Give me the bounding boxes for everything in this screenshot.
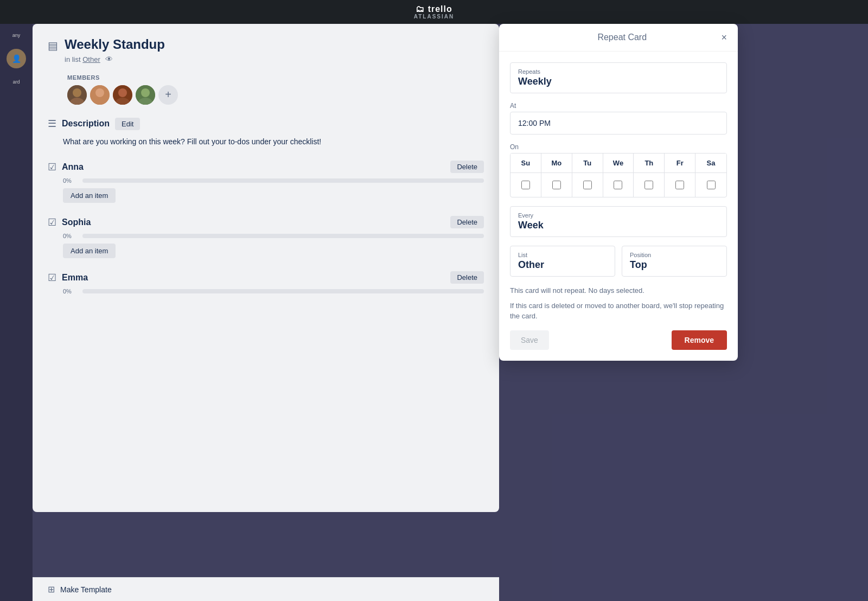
on-section: On Su Mo Tu We Th Fr Sa xyxy=(510,143,727,197)
day-fr: Fr xyxy=(665,154,695,172)
repeats-section: Repeats Weekly xyxy=(510,62,727,93)
day-check-th xyxy=(634,173,665,197)
logo-sub: ATLASSIAN xyxy=(414,14,454,20)
delete-anna-button[interactable]: Delete xyxy=(450,161,484,173)
days-grid: Su Mo Tu We Th Fr Sa xyxy=(510,153,727,197)
checklist-emma-name: Emma xyxy=(62,273,88,283)
add-member-button[interactable]: + xyxy=(158,85,178,105)
make-template-row: ⊞ Make Template xyxy=(33,577,499,601)
description-text: What are you working on this week? Fill … xyxy=(48,136,484,148)
make-template-label[interactable]: Make Template xyxy=(60,585,112,594)
description-title: Description xyxy=(62,119,110,129)
members-row: + xyxy=(67,85,484,105)
trello-logo: 🗂 trello ATLASSIAN xyxy=(414,4,454,20)
save-button[interactable]: Save xyxy=(510,330,549,350)
checkbox-th[interactable] xyxy=(644,181,653,189)
every-value: Week xyxy=(518,220,719,231)
checkbox-tu[interactable] xyxy=(583,181,592,189)
anna-progress-pct: 0% xyxy=(63,177,78,184)
days-header-row: Su Mo Tu We Th Fr Sa xyxy=(510,154,726,172)
template-icon: ⊞ xyxy=(48,584,55,594)
checklist-sophia-name: Sophia xyxy=(62,218,91,227)
list-label: List xyxy=(518,252,607,258)
svg-point-4 xyxy=(95,88,104,97)
checkbox-we[interactable] xyxy=(614,181,622,189)
left-sidebar: any 👤 ard xyxy=(0,24,33,601)
info-text-1: This card will not repeat. No days selec… xyxy=(510,285,727,296)
card-title: Weekly Standup xyxy=(65,37,165,53)
member-avatar-1[interactable] xyxy=(67,85,87,105)
edit-description-button[interactable]: Edit xyxy=(115,118,140,130)
checkbox-sa[interactable] xyxy=(707,181,716,189)
members-section: MEMBERS + xyxy=(48,74,484,105)
checklist-sophia-header: ☑ Sophia Delete xyxy=(48,216,484,228)
sidebar-avatar: 👤 xyxy=(7,49,26,68)
checklist-anna-header: ☑ Anna Delete xyxy=(48,161,484,173)
day-we: We xyxy=(603,154,634,172)
card-header-icon: ▤ xyxy=(48,39,58,52)
sophia-progress-pct: 0% xyxy=(63,233,78,239)
sidebar-card-label: ard xyxy=(3,79,30,85)
position-value: Top xyxy=(630,259,719,271)
checkbox-mo[interactable] xyxy=(552,181,561,189)
description-icon: ☰ xyxy=(48,118,56,130)
repeat-panel-title: Repeat Card xyxy=(523,33,721,42)
checklist-emma: ☑ Emma Delete 0% xyxy=(48,271,484,295)
card-modal: ▤ Weekly Standup in list Other 👁 MEMBERS xyxy=(33,24,499,512)
day-check-sa xyxy=(695,173,726,197)
close-repeat-panel-button[interactable]: × xyxy=(721,33,727,42)
member-avatar-3[interactable] xyxy=(113,85,132,105)
checklist-emma-icon: ☑ xyxy=(48,272,56,284)
anna-progress-bar-bg xyxy=(82,178,484,183)
day-sa: Sa xyxy=(695,154,726,172)
at-section: At xyxy=(510,102,727,135)
day-check-fr xyxy=(665,173,695,197)
every-label: Every xyxy=(518,212,719,219)
top-bar: 🗂 trello ATLASSIAN xyxy=(0,0,868,24)
checklist-sophia: ☑ Sophia Delete 0% Add an item xyxy=(48,216,484,258)
sophia-progress-bar-bg xyxy=(82,234,484,238)
add-item-sophia-button[interactable]: Add an item xyxy=(63,244,116,258)
position-box[interactable]: Position Top xyxy=(622,246,727,277)
day-su: Su xyxy=(510,154,541,172)
member-avatar-4[interactable] xyxy=(136,85,155,105)
delete-sophia-button[interactable]: Delete xyxy=(450,216,484,228)
checkbox-su[interactable] xyxy=(521,181,530,189)
checkbox-fr[interactable] xyxy=(675,181,684,189)
checklist-anna-name: Anna xyxy=(62,162,84,172)
member-avatar-2[interactable] xyxy=(90,85,110,105)
remove-button[interactable]: Remove xyxy=(672,330,727,350)
add-item-anna-button[interactable]: Add an item xyxy=(63,188,116,203)
repeat-panel-header: Repeat Card × xyxy=(499,24,738,52)
on-label: On xyxy=(510,143,727,151)
emma-progress-row: 0% xyxy=(48,288,484,295)
sidebar-company-label: any xyxy=(3,33,30,38)
card-title-block: Weekly Standup in list Other 👁 xyxy=(65,37,165,63)
emma-progress-pct: 0% xyxy=(63,288,78,295)
sophia-progress-row: 0% xyxy=(48,233,484,239)
description-header: ☰ Description Edit xyxy=(48,118,484,130)
at-input[interactable] xyxy=(510,112,727,135)
repeats-value: Weekly xyxy=(518,76,719,87)
list-box[interactable]: List Other xyxy=(510,246,615,277)
day-mo: Mo xyxy=(541,154,572,172)
list-position-row: List Other Position Top xyxy=(510,246,727,277)
day-tu: Tu xyxy=(572,154,603,172)
svg-point-1 xyxy=(73,88,81,97)
svg-point-7 xyxy=(118,88,127,97)
day-check-tu xyxy=(572,173,603,197)
checklist-anna-icon: ☑ xyxy=(48,161,56,173)
card-header: ▤ Weekly Standup in list Other 👁 xyxy=(48,37,484,63)
delete-emma-button[interactable]: Delete xyxy=(450,271,484,284)
every-box[interactable]: Every Week xyxy=(510,206,727,237)
day-check-we xyxy=(603,173,634,197)
emma-progress-bar-bg xyxy=(82,289,484,293)
checklist-sophia-icon: ☑ xyxy=(48,216,56,228)
anna-progress-row: 0% xyxy=(48,177,484,184)
description-section: ☰ Description Edit What are you working … xyxy=(48,118,484,148)
card-list-link[interactable]: Other xyxy=(82,55,100,63)
repeats-box[interactable]: Repeats Weekly xyxy=(510,62,727,93)
checklist-emma-left: ☑ Emma xyxy=(48,272,88,284)
day-th: Th xyxy=(634,154,665,172)
watch-icon[interactable]: 👁 xyxy=(105,55,113,63)
